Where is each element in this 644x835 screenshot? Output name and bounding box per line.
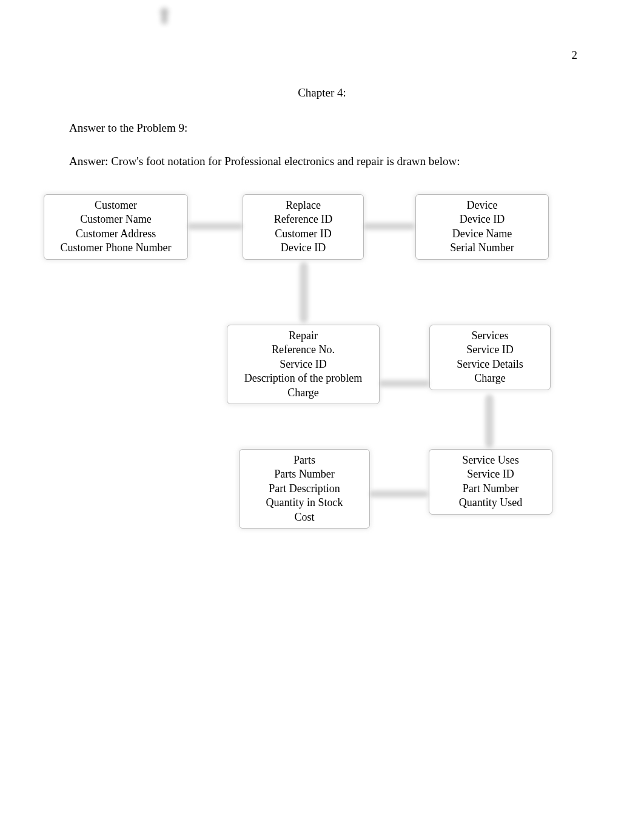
entity-title: Service Uses (435, 453, 546, 467)
page-number: 2 (572, 49, 578, 62)
connector-services-serviceuses (485, 394, 494, 448)
entity-repair: Repair Reference No. Service ID Descript… (227, 325, 380, 404)
entity-title: Repair (233, 329, 373, 343)
entity-attr: Customer Phone Number (50, 241, 181, 255)
entity-attr: Reference No. (233, 343, 373, 357)
entity-service-uses: Service Uses Service ID Part Number Quan… (429, 449, 552, 515)
entity-attr: Customer Address (50, 227, 181, 241)
answer-intro-text: Answer: Crow's foot notation for Profess… (69, 155, 460, 168)
entity-attr: Customer Name (50, 212, 181, 226)
entity-device: Device Device ID Device Name Serial Numb… (415, 194, 549, 260)
connector-parts-serviceuses (370, 490, 428, 498)
entity-attr: Device Name (422, 227, 542, 241)
problem-heading: Answer to the Problem 9: (69, 121, 187, 135)
entity-attr: Charge (436, 371, 544, 385)
entity-attr: Serial Number (422, 241, 542, 255)
entity-attr: Service ID (435, 467, 546, 481)
entity-attr: Quantity Used (435, 496, 546, 510)
entity-attr: Parts Number (246, 467, 363, 481)
chapter-title: Chapter 4: (0, 86, 644, 100)
erd-diagram: Customer Customer Name Customer Address … (0, 188, 644, 583)
connector-repair-services (380, 380, 429, 387)
connector-customer-replace (188, 223, 243, 230)
entity-attr: Quantity in Stock (246, 496, 363, 510)
entity-title: Services (436, 329, 544, 343)
entity-services: Services Service ID Service Details Char… (429, 325, 551, 390)
entity-customer: Customer Customer Name Customer Address … (44, 194, 188, 260)
entity-title: Device (422, 198, 542, 212)
entity-attr: Part Description (246, 482, 363, 496)
entity-replace: Replace Reference ID Customer ID Device … (243, 194, 364, 260)
entity-title: Parts (246, 453, 363, 467)
entity-attr: Service ID (436, 343, 544, 357)
entity-attr: Service ID (233, 357, 373, 371)
connector-replace-device (364, 223, 415, 230)
entity-attr: Device ID (249, 241, 357, 255)
entity-title: Customer (50, 198, 181, 212)
decorative-marker-icon: ⬆ (155, 4, 173, 29)
entity-attr: Description of the problem (233, 371, 373, 385)
entity-title: Replace (249, 198, 357, 212)
entity-attr: Customer ID (249, 227, 357, 241)
entity-attr: Charge (233, 386, 373, 400)
entity-attr: Cost (246, 510, 363, 524)
entity-attr: Device ID (422, 212, 542, 226)
entity-parts: Parts Parts Number Part Description Quan… (239, 449, 370, 529)
entity-attr: Reference ID (249, 212, 357, 226)
entity-attr: Service Details (436, 357, 544, 371)
entity-attr: Part Number (435, 482, 546, 496)
connector-replace-repair (300, 262, 308, 323)
